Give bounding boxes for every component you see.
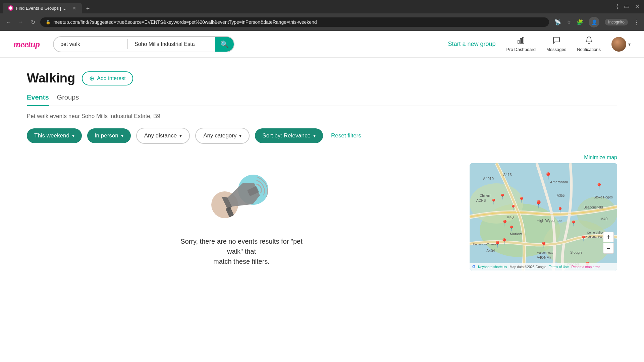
tab-events[interactable]: Events — [27, 94, 49, 106]
app-header: meetup 🔍 Start a new group Pro Dashboard — [0, 31, 644, 58]
keyboard-shortcuts[interactable]: Keyboard shortcuts — [478, 265, 507, 269]
svg-text:📍: 📍 — [508, 225, 515, 232]
zoom-out-button[interactable]: − — [603, 243, 614, 254]
browser-tab[interactable]: Find Events & Groups | Meetup ✕ — [3, 3, 82, 13]
bookmark-icon[interactable]: ☆ — [567, 19, 571, 25]
header-actions: Start a new group Pro Dashboard Messages — [448, 36, 631, 52]
new-tab-button[interactable]: + — [83, 4, 93, 13]
svg-text:Marlow: Marlow — [510, 232, 522, 236]
filters-bar: This weekend ▾ In person ▾ Any distance … — [27, 128, 617, 144]
add-interest-button[interactable]: ⊕ Add interest — [82, 71, 133, 85]
map-zoom-controls: + − — [603, 232, 614, 254]
chevron-down-icon: ▾ — [121, 133, 123, 138]
svg-rect-7 — [225, 207, 234, 218]
browser-menu-button[interactable]: ⋮ — [633, 18, 640, 26]
svg-text:A404(M): A404(M) — [537, 255, 551, 259]
filter-this-weekend[interactable]: This weekend ▾ — [27, 128, 82, 143]
svg-text:📍: 📍 — [510, 204, 517, 211]
filter-in-person[interactable]: In person ▾ — [87, 128, 131, 143]
main-content: Walking ⊕ Add interest Events Groups Pet… — [0, 58, 644, 280]
notifications-icon — [585, 36, 593, 46]
search-icon: 🔍 — [220, 40, 229, 48]
tab-favicon — [8, 5, 13, 11]
sort-relevance-label: Sort by: Relevance — [262, 132, 311, 139]
minimize-window-button[interactable]: ⟨ — [616, 3, 619, 10]
svg-text:M40: M40 — [600, 217, 607, 221]
svg-text:M40: M40 — [506, 215, 514, 219]
pro-dashboard-label: Pro Dashboard — [506, 47, 535, 52]
url-text: meetup.com/find/?suggested=true&source=E… — [53, 19, 544, 25]
page-title: Walking — [27, 71, 75, 85]
avatar-image — [611, 37, 626, 52]
svg-text:📍: 📍 — [580, 235, 587, 242]
filter-any-distance[interactable]: Any distance ▾ — [136, 128, 190, 144]
messages-nav[interactable]: Messages — [546, 36, 566, 52]
forward-button[interactable]: → — [16, 17, 25, 27]
reset-filters-link[interactable]: Reset filters — [331, 132, 361, 139]
search-location-input[interactable] — [128, 41, 215, 47]
extension-icon[interactable]: 🧩 — [577, 19, 583, 25]
svg-text:📍: 📍 — [595, 183, 603, 190]
chevron-down-icon: ▾ — [313, 133, 316, 138]
any-distance-label: Any distance — [144, 132, 177, 139]
report-map-error[interactable]: Report a map error — [572, 265, 600, 269]
terms-of-use[interactable]: Terms of Use — [549, 265, 569, 269]
tab-groups[interactable]: Groups — [57, 94, 79, 106]
tab-title: Find Events & Groups | Meetup — [16, 6, 70, 11]
user-menu-chevron[interactable]: ▾ — [628, 42, 631, 47]
svg-text:A355: A355 — [557, 194, 565, 197]
svg-text:A404: A404 — [486, 249, 495, 253]
google-logo: G — [472, 264, 475, 269]
left-panel: Sorry, there are no events results for "… — [27, 155, 456, 280]
chevron-down-icon: ▾ — [179, 133, 182, 138]
chevron-down-icon: ▾ — [72, 133, 74, 138]
in-person-label: In person — [95, 132, 118, 139]
notifications-nav[interactable]: Notifications — [577, 36, 601, 52]
lock-icon: 🔒 — [46, 20, 51, 24]
search-button[interactable]: 🔍 — [215, 36, 234, 52]
results-subtitle: Pet walk events near Soho Mills Industri… — [27, 113, 617, 120]
svg-text:📍: 📍 — [518, 197, 525, 203]
svg-text:Slough: Slough — [570, 250, 582, 254]
svg-text:📍: 📍 — [557, 207, 564, 213]
empty-illustration — [208, 168, 275, 228]
logo[interactable]: meetup — [13, 39, 40, 50]
logo-text: meetup — [13, 39, 40, 50]
svg-text:Beaconsfield: Beaconsfield — [584, 205, 603, 209]
content-area: Sorry, there are no events results for "… — [27, 155, 617, 280]
svg-text:📍: 📍 — [499, 193, 506, 200]
start-new-group-link[interactable]: Start a new group — [448, 41, 495, 48]
search-keyword-input[interactable] — [54, 41, 127, 47]
map-area[interactable]: A4010 A413 Amersham Chiltern AONB A355 S… — [470, 163, 617, 270]
svg-text:📍: 📍 — [540, 241, 548, 249]
svg-text:Stoke Poges: Stoke Poges — [594, 195, 613, 199]
close-window-button[interactable]: ✕ — [635, 3, 640, 10]
maximize-window-button[interactable]: ▭ — [624, 3, 630, 10]
svg-text:Maidenhead: Maidenhead — [537, 251, 553, 254]
profile-icon[interactable]: 👤 — [589, 17, 599, 27]
back-button[interactable]: ← — [4, 17, 13, 27]
cast-icon[interactable]: 📡 — [554, 19, 561, 25]
map-data-credit: Map data ©2023 Google — [510, 265, 546, 269]
svg-text:Regional Park: Regional Park — [585, 235, 604, 238]
filter-sort-relevance[interactable]: Sort by: Relevance ▾ — [255, 128, 323, 143]
svg-text:📍: 📍 — [501, 220, 509, 227]
empty-state: Sorry, there are no events results for "… — [174, 155, 309, 280]
this-weekend-label: This weekend — [34, 132, 69, 139]
pro-dashboard-nav[interactable]: Pro Dashboard — [506, 36, 535, 52]
svg-rect-3 — [523, 37, 524, 43]
filter-any-category[interactable]: Any category ▾ — [195, 128, 250, 144]
messages-label: Messages — [546, 47, 566, 52]
tab-close-button[interactable]: ✕ — [72, 5, 76, 11]
svg-text:AONB: AONB — [476, 199, 486, 202]
address-bar[interactable]: 🔒 meetup.com/find/?suggested=true&source… — [40, 17, 549, 27]
reload-button[interactable]: ↻ — [28, 17, 38, 27]
svg-text:📍: 📍 — [534, 200, 543, 209]
svg-text:📍: 📍 — [570, 220, 577, 227]
minimize-map-button[interactable]: Minimize map — [470, 155, 617, 161]
zoom-in-button[interactable]: + — [603, 232, 614, 242]
svg-text:High Wycombe: High Wycombe — [537, 219, 561, 223]
user-avatar[interactable] — [611, 37, 626, 52]
notifications-label: Notifications — [577, 47, 601, 52]
svg-text:Amersham: Amersham — [550, 180, 568, 184]
